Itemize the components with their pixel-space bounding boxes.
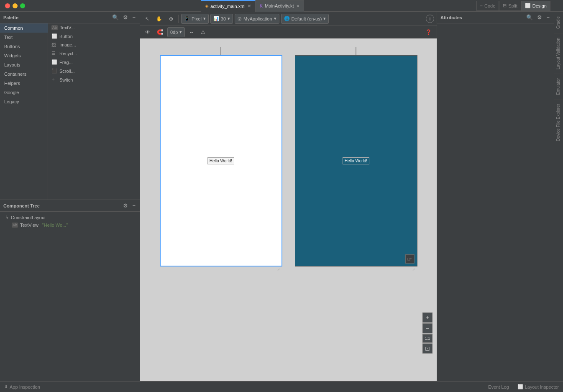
tab-close-xml[interactable]: ✕ — [248, 4, 251, 8]
view-mode-split[interactable]: ⊟ Split — [499, 1, 521, 11]
constraint-icon: ↳ — [5, 215, 9, 220]
cursor-icon[interactable]: ☞ — [405, 254, 415, 264]
tab-close-kt[interactable]: ✕ — [296, 4, 299, 8]
locale-dropdown[interactable]: 🌐 Default (en-us) ▾ — [281, 14, 329, 24]
toolbar-magnet-btn[interactable]: 🧲 — [154, 27, 166, 37]
palette-cat-legacy[interactable]: Legacy — [0, 97, 48, 106]
textview-ab-icon: Ab — [51, 25, 58, 30]
sidebar-tab-layout-validation[interactable]: Layout Validation — [554, 33, 563, 74]
toolbar-pan-btn[interactable]: ✋ — [154, 14, 165, 24]
tree-textview-value: "Hello Wo..." — [42, 223, 68, 228]
app-inspection-icon: ⬇ — [4, 384, 8, 389]
app-dropdown-arrow: ▾ — [274, 16, 276, 21]
palette-cat-common[interactable]: Common — [0, 23, 48, 33]
design-toolbar2: 👁 🧲 0dp ▾ ↔ ⚠ ❓ — [140, 26, 437, 38]
palette-cat-widgets[interactable]: Widgets — [0, 51, 48, 60]
view-design-label: Design — [532, 3, 547, 8]
palette-title: Palette — [3, 15, 109, 20]
layout-inspector-btn[interactable]: ⬜ Layout Inspector — [517, 384, 559, 389]
sidebar-tab-device-file-explorer[interactable]: Device File Explorer — [554, 99, 563, 145]
toolbar-warning-btn[interactable]: ⚠ — [198, 27, 208, 37]
window-max-btn[interactable] — [20, 3, 25, 8]
device-icon: 📱 — [184, 16, 190, 21]
app-icon: ◎ — [238, 16, 242, 21]
margin-dropdown[interactable]: 0dp ▾ — [167, 27, 185, 37]
palette-item-scrollview[interactable]: ⬛ Scroll... — [48, 67, 140, 75]
view-mode-code[interactable]: ≡ Code — [476, 1, 499, 11]
toolbar-eye-btn[interactable]: 👁 — [143, 27, 153, 37]
palette-minimize-btn[interactable]: − — [131, 13, 136, 21]
margin-dropdown-arrow: ▾ — [179, 29, 182, 35]
palette-cat-layouts[interactable]: Layouts — [0, 60, 48, 69]
tree-ab-icon: Ab — [12, 223, 18, 228]
component-tree-title: Component Tree — [3, 203, 120, 208]
device-dropdown[interactable]: 📱 Pixel ▾ — [181, 14, 209, 24]
tab-activity-main-label: activity_main.xml — [210, 4, 246, 9]
palette-item-recyclerview[interactable]: ☰ Recycl... — [48, 49, 140, 58]
zoom-controls: + − 1:1 ⊡ — [422, 313, 432, 354]
component-tree-header: Component Tree ⚙ − — [0, 200, 140, 212]
tree-textview-label: TextView — [20, 223, 38, 228]
canvas-area: Hello World! ⟋ Hello World! ☞ ⟋ — [140, 38, 437, 387]
toolbar-zoom-btn[interactable]: ⊕ — [166, 14, 176, 24]
event-log-btn[interactable]: Event Log — [488, 384, 509, 389]
component-tree-minimize-btn[interactable]: − — [131, 202, 136, 210]
app-dropdown[interactable]: ◎ MyApplication ▾ — [235, 14, 279, 24]
window-close-btn[interactable] — [5, 3, 10, 8]
attributes-search-btn[interactable]: 🔍 — [525, 13, 534, 21]
blueprint-phone-frame[interactable]: Hello World! — [160, 55, 282, 266]
palette-item-fragment[interactable]: ⬜ Frag... — [48, 58, 140, 67]
sidebar-tab-emulator[interactable]: Emulator — [554, 74, 563, 99]
palette-item-imageview[interactable]: 🖼 Image... — [48, 41, 140, 49]
xml-icon: ◈ — [205, 3, 208, 9]
zoom-in-btn[interactable]: + — [422, 313, 432, 323]
locale-label: Default (en-us) — [292, 16, 322, 21]
window-min-btn[interactable] — [13, 3, 18, 8]
attributes-settings-btn[interactable]: ⚙ — [536, 13, 543, 21]
palette-item-imageview-label: Image... — [59, 42, 76, 47]
palette-items: Ab TextV... ⬜ Button 🖼 Image... ☰ Recycl… — [48, 23, 140, 200]
sidebar-tab-gradle[interactable]: Gradle — [554, 12, 563, 33]
toolbar-transform-btn[interactable]: ↔ — [187, 27, 197, 37]
tab-main-activity-label: MainActivity.kt — [265, 3, 294, 8]
device-dropdown-arrow: ▾ — [203, 16, 206, 21]
toolbar-info-btn[interactable]: i — [426, 15, 434, 23]
design-phone-frame[interactable]: Hello World! ☞ — [295, 55, 417, 266]
palette-item-textview[interactable]: Ab TextV... — [48, 23, 140, 32]
app-inspection-btn[interactable]: ⬇ App Inspection — [4, 384, 40, 389]
design-resize-handle[interactable]: ⟋ — [412, 267, 416, 272]
zoom-ratio-btn[interactable]: 1:1 — [422, 334, 432, 343]
blueprint-resize-handle[interactable]: ⟋ — [276, 267, 281, 272]
api-dropdown[interactable]: 📊 30 ▾ — [210, 14, 233, 24]
palette-settings-btn[interactable]: ⚙ — [122, 13, 129, 21]
tab-main-activity[interactable]: K MainActivity.kt ✕ — [256, 0, 304, 12]
palette-cat-helpers[interactable]: Helpers — [0, 79, 48, 88]
app-label: MyApplication — [243, 16, 272, 21]
zoom-out-btn[interactable]: − — [422, 323, 432, 333]
app-inspection-label: App Inspection — [10, 384, 40, 389]
button-icon: ⬜ — [51, 33, 57, 39]
toolbar-select-btn[interactable]: ↖ — [143, 14, 152, 24]
palette-search-btn[interactable]: 🔍 — [111, 13, 120, 21]
imageview-icon: 🖼 — [51, 42, 57, 47]
component-tree-settings-btn[interactable]: ⚙ — [122, 202, 129, 210]
attributes-minimize-btn[interactable]: − — [545, 13, 550, 21]
palette-cat-text[interactable]: Text — [0, 33, 48, 42]
api-label: 30 — [221, 16, 226, 21]
palette-cat-containers[interactable]: Containers — [0, 69, 48, 79]
view-mode-design[interactable]: ⬜ Design — [521, 1, 550, 11]
palette-cat-google[interactable]: Google — [0, 88, 48, 97]
palette-item-button[interactable]: ⬜ Button — [48, 32, 140, 41]
palette-cat-buttons[interactable]: Buttons — [0, 42, 48, 51]
palette-item-switch[interactable]: ⚬ Switch — [48, 75, 140, 84]
toolbar-sep1 — [178, 15, 179, 23]
tree-item-textview[interactable]: Ab TextView "Hello Wo..." — [0, 221, 140, 229]
tree-item-constraintlayout[interactable]: ↳ ConstraintLayout — [0, 213, 140, 221]
zoom-fit-btn[interactable]: ⊡ — [422, 343, 432, 354]
design-phone-container: Hello World! ☞ ⟋ — [295, 47, 417, 272]
tab-activity-main[interactable]: ◈ activity_main.xml ✕ — [201, 0, 256, 12]
api-dropdown-arrow: ▾ — [228, 16, 230, 21]
code-icon: ≡ — [480, 3, 483, 8]
toolbar-help-btn[interactable]: ❓ — [423, 27, 434, 37]
palette-item-fragment-label: Frag... — [59, 60, 73, 65]
